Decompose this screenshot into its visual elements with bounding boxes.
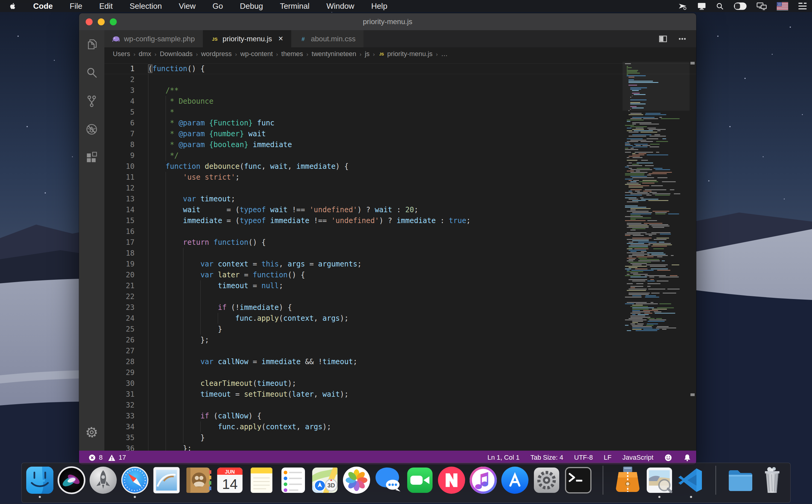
display-icon[interactable] [697, 2, 706, 10]
activity-bar-source-control-icon[interactable] [79, 87, 104, 115]
status-encoding[interactable]: UTF-8 [574, 454, 593, 461]
code-line-15[interactable]: 15 immediate = (typeof immediate !== 'un… [104, 215, 696, 226]
window-titlebar[interactable]: priority-menu.js [79, 13, 696, 30]
code-line-8[interactable]: 8 * @param {boolean} immediate [104, 139, 696, 150]
code-line-9[interactable]: 9 */ [104, 150, 696, 161]
menu-window[interactable]: Window [326, 2, 354, 11]
dock-item-notes[interactable] [247, 466, 276, 499]
dock-item-facetime[interactable] [405, 466, 435, 499]
breadcrumb-item-[interactable]: … [441, 50, 448, 58]
menu-app-name[interactable]: Code [33, 2, 53, 11]
input-source-us-flag-icon[interactable] [777, 2, 788, 10]
spotlight-search-icon[interactable] [716, 2, 724, 10]
minimap[interactable] [623, 62, 690, 399]
activity-bar-debug-icon[interactable] [79, 115, 104, 143]
dock-item-archive-utility[interactable] [613, 466, 642, 499]
code-line-7[interactable]: 7 * @param {number} wait [104, 128, 696, 139]
code-line-25[interactable]: 25 } [104, 324, 696, 335]
code-line-19[interactable]: 19 var context = this, args = arguments; [104, 259, 696, 269]
tab-priority-menu-js[interactable]: JSpriority-menu.js× [203, 30, 291, 47]
toggle-icon[interactable] [734, 2, 747, 10]
code-line-4[interactable]: 4 * Debounce [104, 96, 696, 107]
dock-item-finder[interactable] [25, 466, 54, 499]
dock-item-messages[interactable] [374, 466, 403, 499]
breadcrumb-item-js[interactable]: js [365, 50, 369, 58]
code-line-2[interactable]: 2 [104, 74, 696, 85]
breadcrumb-item-priority-menu-js[interactable]: JSpriority-menu.js [378, 50, 433, 58]
code-line-5[interactable]: 5 * [104, 107, 696, 118]
code-line-13[interactable]: 13 var timeout; [104, 194, 696, 204]
code-line-21[interactable]: 21 timeout = null; [104, 280, 696, 291]
code-line-16[interactable]: 16 [104, 226, 696, 237]
status-eol[interactable]: LF [604, 454, 612, 461]
notifications-bell-icon[interactable] [683, 454, 691, 462]
dock-item-vscode[interactable] [677, 466, 706, 499]
dock-item-terminal[interactable] [564, 466, 593, 499]
status-language-mode[interactable]: JavaScript [622, 454, 653, 461]
menu-go[interactable]: Go [213, 2, 223, 11]
split-editor-icon[interactable] [658, 34, 668, 44]
tab-about-min-css[interactable]: #about.min.css [291, 30, 364, 47]
dock-item-siri[interactable] [57, 466, 86, 499]
menu-selection[interactable]: Selection [130, 2, 162, 11]
dock-item-news[interactable] [437, 466, 466, 499]
code-line-33[interactable]: 33 if (callNow) { [104, 411, 696, 421]
dock-item-itunes[interactable] [469, 466, 498, 499]
activity-bar-search-icon[interactable] [79, 58, 104, 87]
code-editor[interactable]: 1(function() {23 /**4 * Debounce5 *6 * @… [104, 61, 696, 451]
code-line-36[interactable]: 36 }; [104, 443, 696, 451]
code-line-10[interactable]: 10 function debounce(func, wait, immedia… [104, 161, 696, 172]
dock-item-system-preferences[interactable] [532, 466, 561, 499]
code-line-34[interactable]: 34 func.apply(context, args); [104, 421, 696, 432]
more-actions-icon[interactable] [678, 34, 687, 44]
menu-file[interactable]: File [70, 2, 82, 11]
activity-bar-settings-icon[interactable] [79, 418, 104, 446]
status-tab-size[interactable]: Tab Size: 4 [530, 454, 563, 461]
breadcrumb-item-twentynineteen[interactable]: twentynineteen [311, 50, 356, 58]
code-line-22[interactable]: 22 [104, 291, 696, 302]
close-window-button[interactable] [86, 18, 93, 25]
code-line-26[interactable]: 26 }; [104, 335, 696, 345]
list-icon[interactable] [798, 2, 807, 10]
dock-item-reminders[interactable] [279, 466, 308, 499]
apple-menu-icon[interactable] [9, 2, 16, 10]
code-line-20[interactable]: 20 var later = function() { [104, 269, 696, 280]
code-line-17[interactable]: 17 return function() { [104, 237, 696, 248]
code-line-1[interactable]: 1(function() { [104, 63, 696, 74]
screen-mirroring-icon[interactable] [757, 2, 767, 10]
code-line-11[interactable]: 11 'use strict'; [104, 172, 696, 183]
breadcrumb-item-downloads[interactable]: Downloads [160, 50, 193, 58]
close-tab-icon[interactable]: × [278, 35, 283, 43]
menu-edit[interactable]: Edit [99, 2, 113, 11]
code-line-27[interactable]: 27 [104, 345, 696, 356]
status-cursor-position[interactable]: Ln 1, Col 1 [488, 454, 520, 461]
feedback-smiley-icon[interactable] [664, 454, 672, 462]
breadcrumb-item-wp-content[interactable]: wp-content [240, 50, 273, 58]
code-line-12[interactable]: 12 [104, 183, 696, 194]
dock-item-safari[interactable] [120, 466, 149, 499]
scrollbar-thumb[interactable] [690, 62, 695, 65]
menu-help[interactable]: Help [371, 2, 387, 11]
code-line-35[interactable]: 35 } [104, 432, 696, 443]
breadcrumb-item-themes[interactable]: themes [281, 50, 303, 58]
activity-bar-explorer-icon[interactable] [79, 30, 104, 58]
breadcrumb-item-wordpress[interactable]: wordpress [201, 50, 232, 58]
paper-plane-icon[interactable] [678, 2, 687, 10]
menu-debug[interactable]: Debug [240, 2, 263, 11]
code-line-30[interactable]: 30 clearTimeout(timeout); [104, 378, 696, 389]
code-line-18[interactable]: 18 [104, 248, 696, 259]
dock-item-launchpad[interactable] [89, 466, 118, 499]
tab-wp-config-sample-php[interactable]: wp-config-sample.php [104, 30, 203, 47]
activity-bar-extensions-icon[interactable] [79, 143, 104, 172]
dock-item-trash[interactable] [758, 466, 787, 499]
menu-view[interactable]: View [179, 2, 196, 11]
breadcrumb-item-users[interactable]: Users [113, 50, 130, 58]
code-line-24[interactable]: 24 func.apply(context, args); [104, 313, 696, 324]
breadcrumb-item-dmx[interactable]: dmx [139, 50, 151, 58]
dock-item-app-store[interactable] [501, 466, 529, 499]
code-line-31[interactable]: 31 timeout = setTimeout(later, wait); [104, 389, 696, 400]
code-line-29[interactable]: 29 [104, 367, 696, 378]
dock-item-mail[interactable] [152, 466, 181, 499]
code-line-23[interactable]: 23 if (!immediate) { [104, 302, 696, 313]
minimize-window-button[interactable] [98, 18, 105, 25]
